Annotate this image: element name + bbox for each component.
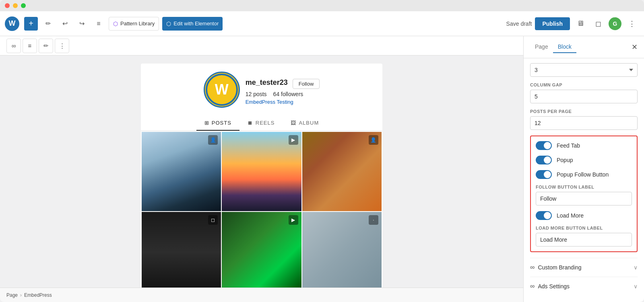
breadcrumb: Page › EmbedPress	[0, 288, 523, 302]
tab-reels[interactable]: ⏹ REELS	[239, 116, 283, 131]
posts-tab-icon: ⊞	[204, 120, 209, 126]
link-icon: ✏	[43, 42, 49, 49]
photo-2-icon: ▶	[289, 135, 298, 145]
photo-3-icon: 👤	[369, 135, 378, 145]
follow-button-label-title: FOLLOW BUTTON LABEL	[536, 185, 632, 189]
custom-branding-icon: ∞	[530, 264, 535, 271]
popup-follow-toggle-label: Popup Follow Button	[557, 171, 609, 178]
reels-tab-icon: ⏹	[248, 120, 253, 126]
custom-branding-chevron: ∨	[634, 264, 638, 271]
instagram-container[interactable]: W me_tester23 Follow 12 posts	[0, 55, 523, 288]
popup-toggle[interactable]	[536, 156, 552, 164]
photo-6-icon: ·	[369, 215, 378, 225]
loop-tool-button[interactable]: ∞	[6, 39, 21, 53]
breadcrumb-current: EmbedPress	[24, 292, 52, 298]
panel-body: 3 2 4 COLUMN GAP POSTS PER PAGE	[524, 58, 644, 302]
wp-logo: W	[5, 16, 19, 31]
list-tool-button[interactable]: ≡	[23, 39, 37, 53]
tab-block[interactable]: Block	[553, 41, 576, 53]
profile-avatar: W	[204, 72, 240, 108]
profile-bio: EmbedPress Testing	[246, 99, 320, 105]
column-count-select[interactable]: 3 2 4	[530, 63, 638, 77]
photo-cell-1: 👤	[142, 132, 221, 211]
photo-cell-2: ▶	[222, 132, 301, 211]
display-view-button[interactable]: 🖥	[573, 16, 588, 31]
ads-settings-chevron: ∨	[634, 283, 638, 290]
toolbar-right: Save draft Publish 🖥 ◻ G ⋮	[506, 16, 639, 31]
posts-count: 12 posts	[246, 91, 267, 97]
pattern-icon: ⬡	[113, 21, 118, 27]
popup-follow-toggle[interactable]	[536, 170, 552, 179]
editor-area: ∞ ≡ ✏ ⋮	[0, 36, 523, 302]
more-options-button[interactable]: ⋮	[625, 16, 639, 31]
list-view-button[interactable]: ≡	[92, 17, 105, 31]
breadcrumb-page-link[interactable]: Page	[6, 292, 18, 298]
photo-4-icon: ◻	[208, 215, 218, 225]
tab-page[interactable]: Page	[530, 41, 553, 53]
load-more-button-label-title: LOAD MORE BUTTON LABEL	[536, 226, 632, 230]
main-toolbar: W + ✏ ↩ ↪ ≡ ⬡ Pattern Library ⬡ Edit wit…	[0, 11, 644, 36]
minimize-button[interactable]	[13, 3, 18, 8]
load-more-button-label-input[interactable]	[536, 233, 632, 247]
maximize-button[interactable]	[21, 3, 26, 8]
ads-settings-section: ∞ Ads Settings ∨	[530, 277, 638, 296]
main-area: ∞ ≡ ✏ ⋮	[0, 36, 644, 302]
column-gap-label: COLUMN GAP	[530, 82, 638, 87]
close-button[interactable]	[5, 3, 10, 8]
feed-tabs: ⊞ POSTS ⏹ REELS 🖼 ALBUM	[141, 116, 382, 131]
ads-settings-header[interactable]: ∞ Ads Settings ∨	[530, 283, 638, 290]
tab-posts[interactable]: ⊞ POSTS	[196, 116, 239, 131]
load-more-toggle-row: Load More	[536, 211, 632, 220]
posts-per-page-input[interactable]	[530, 116, 638, 130]
user-avatar[interactable]: G	[609, 17, 621, 30]
pencil-tool-button[interactable]: ✏	[41, 17, 55, 31]
profile-section: W me_tester23 Follow 12 posts	[141, 64, 382, 116]
column-gap-input[interactable]	[530, 90, 638, 103]
layout-button[interactable]: ◻	[591, 16, 605, 31]
breadcrumb-separator: ›	[20, 292, 22, 298]
profile-info: me_tester23 Follow 12 posts 64 followers…	[246, 78, 320, 105]
custom-branding-header[interactable]: ∞ Custom Branding ∨	[530, 264, 638, 271]
load-more-toggle[interactable]	[536, 211, 552, 220]
photo-cell-3: 👤	[302, 132, 382, 211]
custom-branding-label: Custom Branding	[538, 264, 581, 271]
photo-1-icon: 👤	[208, 135, 218, 145]
more-icon: ⋮	[59, 42, 65, 49]
list-icon: ≡	[28, 42, 32, 49]
tab-album[interactable]: 🖼 ALBUM	[283, 116, 327, 131]
popup-toggle-row: Popup	[536, 156, 632, 164]
photo-cell-4: ◻	[142, 212, 221, 288]
edit-elementor-button[interactable]: ⬡ Edit with Elementor	[162, 17, 223, 31]
custom-branding-section: ∞ Custom Branding ∨	[530, 258, 638, 277]
album-tab-icon: 🖼	[291, 120, 296, 126]
link-tool-button[interactable]: ✏	[39, 39, 53, 53]
feed-tab-toggle-row: Feed Tab	[536, 141, 632, 150]
window: W + ✏ ↩ ↪ ≡ ⬡ Pattern Library ⬡ Edit wit…	[0, 0, 644, 302]
photo-5-icon: ▶	[289, 215, 298, 225]
undo-button[interactable]: ↩	[58, 17, 72, 31]
posts-per-page-label: POSTS PER PAGE	[530, 109, 638, 114]
add-block-button[interactable]: +	[24, 17, 38, 31]
mini-toolbar: ∞ ≡ ✏ ⋮	[0, 36, 523, 55]
ads-settings-icon: ∞	[530, 283, 535, 290]
title-bar	[0, 0, 644, 11]
pattern-library-button[interactable]: ⬡ Pattern Library	[109, 17, 159, 31]
feed-tab-toggle-label: Feed Tab	[557, 142, 580, 149]
followers-count: 64 followers	[273, 91, 303, 97]
ads-settings-label: Ads Settings	[538, 283, 570, 290]
more-tool-button[interactable]: ⋮	[55, 39, 69, 53]
loop-icon: ∞	[12, 42, 16, 49]
popup-toggle-label: Popup	[557, 157, 573, 163]
publish-button[interactable]: Publish	[535, 17, 570, 30]
redo-button[interactable]: ↪	[75, 17, 89, 31]
photo-grid: 👤 ▶ 👤 ◻	[141, 131, 382, 288]
feed-tab-toggle[interactable]	[536, 141, 552, 150]
right-panel: Page Block ✕ 3 2 4 COLUMN GAP POSTS PER …	[523, 36, 644, 302]
photo-cell-6: ·	[302, 212, 382, 288]
save-draft-button[interactable]: Save draft	[506, 21, 532, 27]
profile-follow-button[interactable]: Follow	[293, 79, 320, 89]
profile-username: me_tester23	[246, 78, 288, 87]
follow-button-label-input[interactable]	[536, 192, 632, 205]
panel-close-button[interactable]: ✕	[632, 43, 638, 51]
popup-follow-toggle-row: Popup Follow Button	[536, 170, 632, 179]
